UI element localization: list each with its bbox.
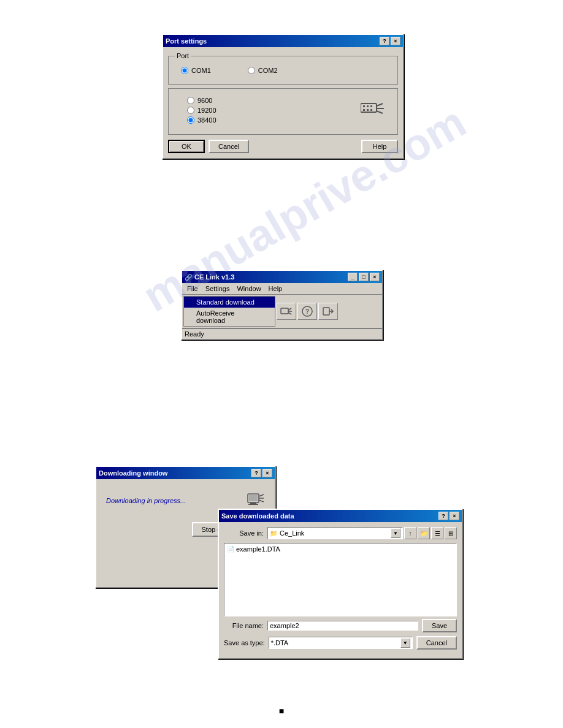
downloading-status: Downloading in progress... — [106, 497, 186, 504]
ce-link-titlebar: 🔗 CE Link v1.3 _ □ × — [182, 271, 382, 283]
save-content: Save in: 📁 Ce_Link ▼ ↑ 📁 ☰ ⊞ — [219, 522, 462, 658]
port-group-label: Port — [175, 52, 191, 59]
baud-38400-radio[interactable] — [187, 116, 194, 124]
baud-19200-item: 19200 — [187, 107, 216, 114]
page-footer: ■ — [279, 706, 284, 716]
baud-19200-radio[interactable] — [187, 107, 194, 114]
downloading-title: Downloading window — [99, 469, 167, 477]
save-up-btn[interactable]: ↑ — [404, 527, 416, 539]
svg-line-1 — [377, 104, 383, 106]
standard-download-item[interactable]: Standard download — [184, 297, 275, 308]
file-item-1-name: example1.DTA — [236, 545, 280, 553]
download-dropdown: Standard download AutoReceive download — [183, 296, 275, 327]
menu-window[interactable]: Window — [233, 284, 264, 294]
downloading-help-btn[interactable]: ? — [251, 469, 261, 477]
ce-link-max-button[interactable]: □ — [359, 273, 369, 281]
svg-line-24 — [259, 500, 264, 502]
save-type-row: Save as type: *.DTA ▼ Cancel — [224, 636, 457, 650]
com1-radio-item: COM1 — [181, 67, 211, 74]
menu-settings[interactable]: Settings — [202, 284, 234, 294]
titlebar-buttons: ? × — [380, 37, 400, 45]
ce-link-min-button[interactable]: _ — [348, 273, 358, 281]
com1-radio[interactable] — [181, 67, 188, 74]
menu-file[interactable]: File — [183, 284, 202, 294]
svg-rect-4 — [363, 105, 365, 107]
file-name-row: File name: Save — [224, 619, 457, 632]
downloading-titlebar: Downloading window ? × — [96, 467, 275, 479]
baud-9600-label: 9600 — [197, 97, 212, 104]
downloading-titlebar-buttons: ? × — [251, 469, 272, 477]
save-type-label: Save as type: — [224, 639, 265, 646]
autoreceive-download-item[interactable]: AutoReceive download — [184, 308, 275, 326]
save-type-value: *.DTA — [271, 639, 289, 646]
ce-link-title: CE Link v1.3 — [194, 273, 234, 281]
baud-38400-label: 38400 — [197, 116, 216, 124]
ce-link-close-button[interactable]: × — [370, 273, 380, 281]
file-name-label: File name: — [224, 622, 264, 629]
save-btn[interactable]: Save — [422, 619, 457, 632]
port-settings-content: Port COM1 COM2 9600 — [163, 47, 403, 158]
baud-38400-item: 38400 — [187, 116, 216, 124]
port-settings-title: Port settings — [166, 37, 207, 45]
svg-line-3 — [377, 111, 383, 113]
toolbar-connect-btn[interactable] — [277, 303, 296, 320]
menu-help[interactable]: Help — [265, 284, 286, 294]
svg-text:?: ? — [305, 308, 309, 315]
ce-link-dialog: 🔗 CE Link v1.3 _ □ × File Settings Windo… — [181, 270, 383, 340]
baud-19200-label: 19200 — [197, 107, 216, 114]
svg-rect-20 — [248, 504, 258, 505]
ce-link-statusbar: Ready — [182, 328, 382, 339]
toolbar-help-btn[interactable]: ? — [297, 303, 317, 320]
ce-link-menubar: File Settings Window Help — [182, 283, 382, 295]
status-text: Ready — [185, 330, 204, 338]
baud-9600-radio[interactable] — [187, 97, 194, 104]
port-group: Port COM1 COM2 — [168, 52, 398, 85]
save-titlebar-buttons: ? × — [439, 512, 459, 520]
baud-9600-item: 9600 — [187, 97, 216, 104]
ce-link-titlebar-buttons: _ □ × — [348, 273, 380, 281]
com1-label: COM1 — [191, 67, 211, 74]
ce-link-toolbar: Standard download AutoReceive download ? — [182, 295, 382, 328]
svg-rect-10 — [281, 308, 288, 314]
save-in-arrow[interactable]: ▼ — [391, 528, 400, 538]
save-help-btn[interactable]: ? — [439, 512, 448, 520]
save-in-row: Save in: 📁 Ce_Link ▼ ↑ 📁 ☰ ⊞ — [224, 527, 457, 539]
svg-rect-16 — [323, 308, 329, 315]
footer-symbol: ■ — [279, 706, 284, 716]
save-list-btn[interactable]: ⊞ — [445, 527, 457, 539]
svg-rect-6 — [370, 105, 372, 107]
save-titlebar: Save downloaded data ? × — [219, 510, 462, 522]
save-details-btn[interactable]: ☰ — [431, 527, 443, 539]
cancel-button[interactable]: Cancel — [209, 140, 249, 153]
save-type-arrow[interactable]: ▼ — [400, 638, 410, 648]
svg-rect-7 — [363, 109, 365, 111]
file-name-input[interactable] — [267, 621, 418, 631]
help-dialog-button[interactable]: Help — [361, 140, 398, 153]
svg-rect-21 — [249, 495, 258, 501]
ce-link-icon: 🔗 — [185, 274, 192, 281]
save-in-value: Ce_Link — [280, 529, 304, 537]
dialog-buttons: OK Cancel Help — [168, 140, 398, 153]
save-close-btn[interactable]: × — [450, 512, 459, 520]
file-item-1[interactable]: 📄 example1.DTA — [226, 545, 455, 553]
close-button[interactable]: × — [391, 37, 400, 45]
cancel-save-btn[interactable]: Cancel — [416, 636, 457, 650]
transfer-icon — [245, 491, 265, 510]
save-type-combo[interactable]: *.DTA ▼ — [269, 637, 413, 649]
com2-radio[interactable] — [248, 67, 255, 74]
svg-rect-8 — [367, 109, 369, 111]
com2-label: COM2 — [258, 67, 278, 74]
com2-radio-item: COM2 — [248, 67, 278, 74]
save-in-label: Save in: — [224, 529, 264, 537]
file-list-area: 📄 example1.DTA — [224, 543, 457, 616]
downloading-close-btn[interactable]: × — [262, 469, 272, 477]
ok-button[interactable]: OK — [168, 140, 205, 153]
save-in-combo[interactable]: 📁 Ce_Link ▼ — [267, 527, 403, 539]
svg-rect-19 — [250, 502, 256, 504]
save-new-folder-btn[interactable]: 📁 — [418, 527, 430, 539]
download-dropdown-container: Standard download AutoReceive download — [183, 296, 275, 327]
save-toolbar-icons: ↑ 📁 ☰ ⊞ — [404, 527, 457, 539]
svg-line-13 — [288, 313, 291, 314]
help-button[interactable]: ? — [380, 37, 389, 45]
toolbar-exit-btn[interactable] — [318, 303, 338, 320]
